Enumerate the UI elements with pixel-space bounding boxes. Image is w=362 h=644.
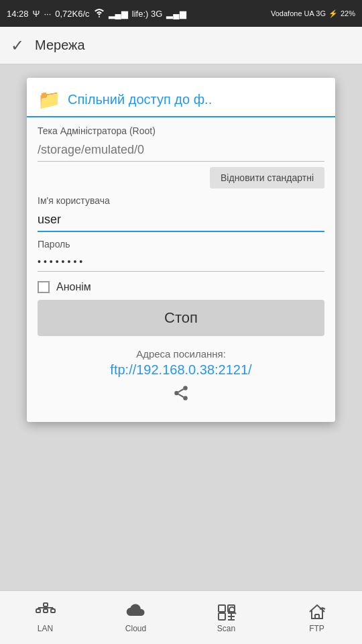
status-signal-bars: ▂▄▆: [109, 9, 128, 19]
svg-point-2: [183, 396, 188, 400]
svg-rect-15: [219, 613, 225, 620]
nav-label-ftp: FTP: [309, 624, 324, 633]
bottom-nav: LAN Cloud Scan: [0, 590, 362, 644]
password-input[interactable]: [38, 254, 324, 272]
svg-point-0: [183, 386, 188, 390]
main-content: 📁 Спільний доступ до ф.. Тека Адміністра…: [0, 64, 362, 590]
status-charging-icon: ⚡: [328, 9, 338, 18]
share-icon-row[interactable]: [38, 384, 324, 406]
status-wifi-icon: [94, 8, 105, 19]
status-left: 14:28 Ψ ··· 0,72K6/c ▂▄▆ life:) 3G ▂▄▆: [7, 8, 186, 19]
svg-line-4: [178, 389, 183, 392]
top-bar: ✓ Мережа: [0, 27, 362, 64]
status-time: 14:28: [7, 9, 29, 19]
username-label: Ім'я користувача: [38, 195, 324, 206]
address-label: Адреса посилання:: [38, 348, 324, 360]
svg-point-1: [174, 391, 179, 396]
anonymous-label: Анонім: [56, 281, 91, 293]
svg-line-3: [178, 394, 183, 397]
nav-item-cloud[interactable]: Cloud: [90, 602, 181, 633]
dialog-folder-icon: 📁: [38, 89, 61, 111]
svg-rect-6: [36, 609, 40, 612]
status-dots: ···: [44, 9, 51, 19]
dialog-card: 📁 Спільний доступ до ф.. Тека Адміністра…: [27, 78, 335, 422]
cloud-icon: [125, 602, 147, 621]
root-folder-input[interactable]: [38, 140, 324, 162]
scan-icon: [216, 602, 237, 621]
address-section: Адреса посилання: ftp://192.168.0.38:212…: [38, 345, 324, 411]
share-icon: [172, 384, 190, 402]
page-title: Мережа: [35, 38, 85, 53]
status-bar: 14:28 Ψ ··· 0,72K6/c ▂▄▆ life:) 3G ▂▄▆ V…: [0, 0, 362, 27]
svg-rect-5: [44, 603, 48, 606]
status-battery: 22%: [341, 9, 355, 17]
svg-rect-7: [44, 609, 48, 612]
status-signal-bars2: ▂▄▆: [166, 9, 186, 19]
anonymous-checkbox[interactable]: [38, 281, 50, 293]
restore-defaults-button[interactable]: Відновити стандартні: [210, 167, 324, 189]
status-carrier2: Vodafone UA 3G: [271, 9, 326, 17]
stop-button[interactable]: Стоп: [38, 300, 324, 336]
nav-item-ftp[interactable]: FTP: [272, 602, 362, 633]
username-input[interactable]: [38, 210, 324, 232]
lan-icon: [35, 602, 56, 621]
password-label: Пароль: [38, 239, 324, 250]
status-network-speed: 0,72K6/c: [55, 9, 89, 19]
ftp-icon: [306, 602, 328, 621]
root-folder-label: Тека Адміністратора (Root): [38, 125, 324, 136]
nav-item-scan[interactable]: Scan: [181, 602, 272, 633]
status-right: Vodafone UA 3G ⚡ 22%: [271, 9, 355, 18]
back-check-icon[interactable]: ✓: [11, 36, 24, 55]
address-link[interactable]: ftp://192.168.0.38:2121/: [110, 362, 251, 377]
anonymous-row: Анонім: [38, 281, 324, 293]
status-carrier1: life:) 3G: [132, 9, 163, 19]
dialog-title: Спільний доступ до ф..: [68, 92, 212, 107]
svg-rect-13: [219, 605, 225, 612]
svg-rect-8: [51, 609, 55, 612]
dialog-header: 📁 Спільний доступ до ф..: [27, 78, 335, 117]
nav-label-cloud: Cloud: [125, 624, 146, 633]
nav-item-lan[interactable]: LAN: [0, 602, 90, 633]
status-icon-psi: Ψ: [33, 9, 40, 19]
nav-label-lan: LAN: [38, 624, 53, 633]
nav-label-scan: Scan: [217, 624, 235, 633]
dialog-body: Тека Адміністратора (Root) Відновити ста…: [27, 117, 335, 422]
